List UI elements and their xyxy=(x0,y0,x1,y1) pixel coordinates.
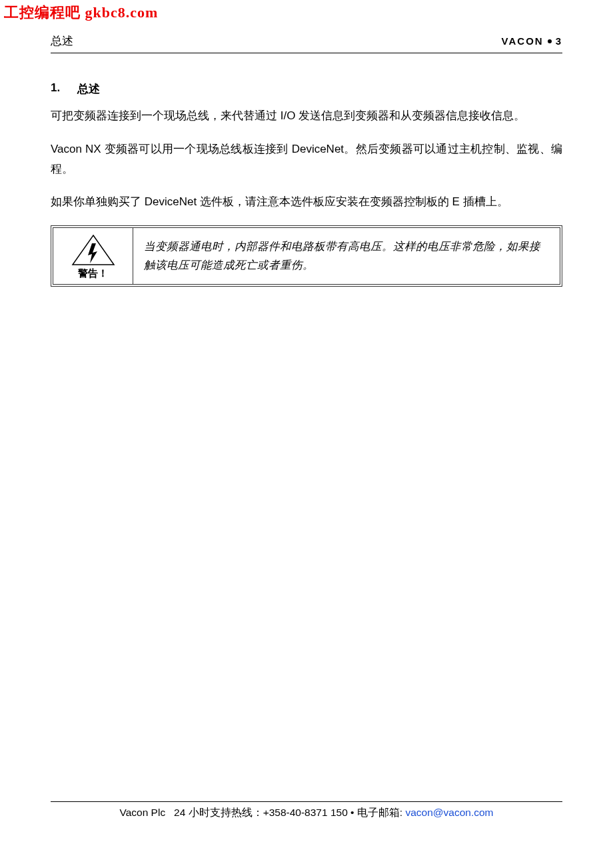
warning-text: 当变频器通电时，内部器件和电路板带有高电压。这样的电压非常危险，如果接触该电压可… xyxy=(133,228,560,284)
footer-hotline-number: +358-40-8371 150 xyxy=(263,807,348,818)
body-paragraph-3: 如果你单独购买了 DeviceNet 选件板，请注意本选件板应安装在变频器控制板… xyxy=(51,192,562,212)
warning-box: 警告！ 当变频器通电时，内部器件和电路板带有高电压。这样的电压非常危险，如果接触… xyxy=(51,225,562,287)
body-paragraph-1: 可把变频器连接到一个现场总线，来代替通过 I/O 发送信息到变频器和从变频器信息… xyxy=(51,106,562,126)
warning-icon-cell: 警告！ xyxy=(53,228,133,284)
page-number: 3 xyxy=(556,35,562,47)
footer-hotline-label: 24 小时支持热线： xyxy=(174,807,263,818)
page-content: 总述 VACON 3 1. 总述 可把变频器连接到一个现场总线，来代替通过 I/… xyxy=(0,0,613,287)
body-paragraph-2: Vacon NX 变频器可以用一个现场总线板连接到 DeviceNet。然后变频… xyxy=(51,139,562,179)
page-header: 总述 VACON 3 xyxy=(51,33,562,53)
section-title: 总述 xyxy=(77,81,100,97)
footer-email-label: 电子邮箱: xyxy=(357,807,402,818)
warning-label: 警告！ xyxy=(78,267,108,280)
warning-triangle-icon xyxy=(71,234,115,266)
header-section-name: 总述 xyxy=(51,33,73,49)
footer-email: vacon@vacon.com xyxy=(405,807,493,818)
brand-name: VACON xyxy=(502,35,544,47)
footer-separator: • xyxy=(350,807,354,818)
page-footer: Vacon Plc 24 小时支持热线：+358-40-8371 150 • 电… xyxy=(51,801,562,820)
header-brand-page: VACON 3 xyxy=(502,35,562,47)
bullet-icon xyxy=(548,39,552,43)
section-number: 1. xyxy=(51,81,60,97)
footer-company: Vacon Plc xyxy=(120,807,166,818)
watermark-text: 工控编程吧 gkbc8.com xyxy=(4,3,158,23)
section-heading: 1. 总述 xyxy=(51,81,562,97)
